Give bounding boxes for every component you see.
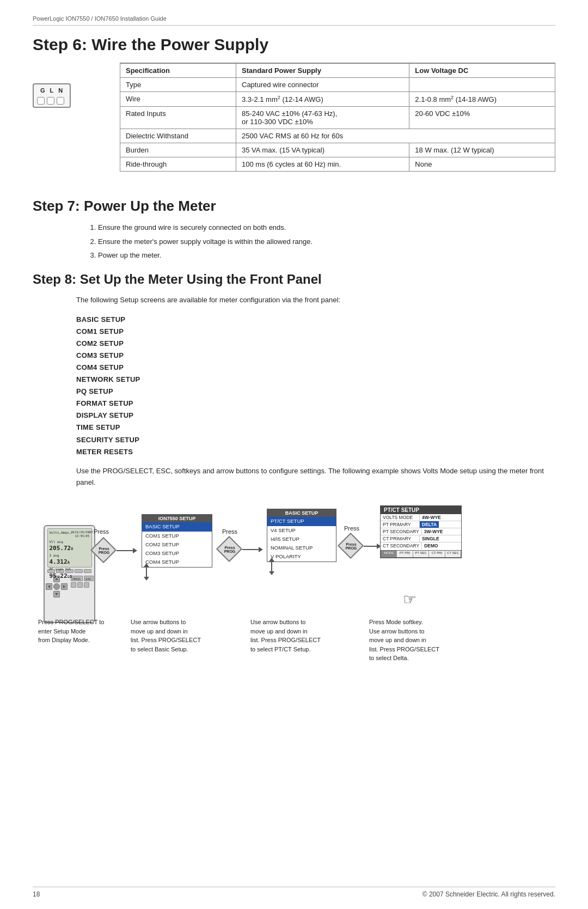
- prog-label-2: PressPROG: [219, 539, 240, 560]
- setup-item-7: PQ SETUP: [76, 386, 555, 398]
- ion7550-item-basic: BASIC SETUP: [142, 522, 212, 531]
- reading-vll: Vll avg 205.72V: [50, 540, 90, 552]
- spec-type-value: Captured wire connector: [236, 78, 409, 92]
- ion7550-item-com3: COM3 SETUP: [142, 549, 212, 558]
- hand-icon: ☞: [403, 590, 416, 608]
- setup-item-11: SECURITY SETUP: [76, 434, 555, 446]
- nav-center[interactable]: [53, 583, 60, 590]
- ptct-row-ctsecondary: CT SECONDARY DEMO: [381, 542, 461, 549]
- spec-table: Specification Standard Power Supply Low …: [120, 63, 555, 172]
- btn-extra3[interactable]: [84, 582, 89, 588]
- header-text: PowerLogic ION7550 / ION7650 Installatio…: [33, 15, 167, 22]
- setup-item-1: BASIC SETUP: [76, 314, 555, 326]
- step7-title: Step 7: Power Up the Meter: [33, 198, 555, 215]
- setup-item-6: NETWORK SETUP: [76, 374, 555, 386]
- basic-item-nominal: NOMINAL SETUP: [267, 544, 336, 552]
- caption-4: Press Mode softkey. Use arrow buttons to…: [369, 618, 467, 663]
- ptct-row-ctprimary: CT PRIMARY SINGLE: [381, 535, 461, 542]
- ptct-ctsecondary-value: DEMO: [422, 542, 440, 549]
- spec-wire-standard: 3.3-2.1 mm2 (12-14 AWG): [236, 92, 409, 107]
- pf-value: 95.22LO: [50, 572, 72, 579]
- table-row: Type Captured wire connector: [120, 78, 555, 92]
- meter-screen: Volts,Amps,PF 11/25/2007 12:55:05 Vll av…: [47, 528, 92, 568]
- setup-item-3: COM2 SETUP: [76, 338, 555, 350]
- sk-ptsec[interactable]: PT SEC: [413, 551, 429, 557]
- prog-button-3[interactable]: PressPROG: [341, 536, 362, 557]
- col-specification: Specification: [120, 63, 236, 78]
- sk-ctpri[interactable]: CT PRI: [429, 551, 445, 557]
- spec-dielectric-standard: 2500 VAC RMS at 60 Hz for 60s: [236, 129, 555, 143]
- col-standard-power: Standard Power Supply: [236, 63, 409, 78]
- press-label-2: Press: [222, 528, 237, 535]
- setup-item-12: METER RESETS: [76, 446, 555, 458]
- nav-left[interactable]: [46, 583, 52, 590]
- ptct-ptprimary-label: PT PRIMARY: [381, 521, 420, 528]
- page-wrapper: PowerLogic ION7550 / ION7650 Installatio…: [0, 0, 588, 909]
- setup-item-10: TIME SETUP: [76, 422, 555, 434]
- spec-dielectric-label: Dielectric Withstand: [120, 129, 236, 143]
- arrow-2: PressPROG: [219, 539, 263, 560]
- spec-ride-lvdc: None: [409, 157, 555, 172]
- arrow-line-1: [117, 550, 133, 551]
- ptct-ctprimary-label: CT PRIMARY: [381, 535, 420, 542]
- setup-screens-list: BASIC SETUP COM1 SETUP COM2 SETUP COM3 S…: [76, 314, 555, 458]
- spec-wire-lvdc: 2.1-0.8 mm2 (14-18 AWG): [409, 92, 555, 107]
- step8-instruction: Use the PROG/SELECT, ESC, softkeys and a…: [76, 466, 555, 489]
- down-head-2: [269, 571, 274, 575]
- setup-item-9: DISPLAY SETUP: [76, 410, 555, 422]
- caption-1-text: Press PROG/SELECT to enter Setup Mode fr…: [38, 618, 114, 645]
- ptct-title: PT/CT SETUP: [381, 506, 461, 514]
- meter-device: Volts,Amps,PF 11/25/2007 12:55:05 Vll av…: [44, 525, 95, 623]
- spec-rated-standard: 85-240 VAC ±10% (47-63 Hz),or 110-300 VD…: [236, 107, 409, 129]
- ptct-ctprimary-value: SINGLE: [420, 535, 442, 542]
- btn-row-2: [71, 582, 94, 588]
- table-row: Dielectric Withstand 2500 VAC RMS at 60 …: [120, 129, 555, 143]
- glon-dots: [37, 97, 66, 105]
- caption-1: Press PROG/SELECT to enter Setup Mode fr…: [38, 618, 114, 645]
- btn-extra1[interactable]: [71, 582, 76, 588]
- ion7550-setup-box: ION7550 SETUP BASIC SETUP COM1 SETUP COM…: [142, 514, 212, 567]
- page-number: 18: [33, 890, 40, 898]
- setup-item-2: COM1 SETUP: [76, 326, 555, 338]
- softkey-bar: MODE PT PRI PT SEC CT PRI CT SEC: [381, 550, 461, 558]
- setup-item-8: FORMAT SETUP: [76, 398, 555, 410]
- nav-right[interactable]: [61, 583, 68, 590]
- caption-4-text: Press Mode softkey. Use arrow buttons to…: [369, 618, 467, 663]
- prog-label-1: PressPROG: [94, 540, 114, 561]
- ptct-volts-label: VOLTS MODE: [381, 514, 420, 521]
- basic-item-vpolarity: V POLARITY: [267, 552, 336, 561]
- btn-extra2[interactable]: [77, 582, 83, 588]
- glon-label: G L N: [37, 87, 66, 95]
- screen-header-right: 11/25/2007 12:55:05: [75, 530, 93, 538]
- step8-title: Step 8: Set Up the Meter Using the Front…: [33, 272, 555, 287]
- arrow-line-3: [364, 546, 377, 547]
- sk-mode[interactable]: MODE: [381, 551, 397, 557]
- ptct-row-ptprimary: PT PRIMARY DELTA: [381, 521, 461, 528]
- sk-ctsec[interactable]: CT SEC: [445, 551, 461, 557]
- list-item: Ensure the ground wire is securely conne…: [98, 222, 555, 233]
- spec-wire-label: Wire: [120, 92, 236, 107]
- spec-burden-standard: 35 VA max. (15 VA typical): [236, 143, 409, 157]
- arrow-head-2: [259, 547, 263, 552]
- screen-header: Volts,Amps,PF 11/25/2007 12:55:05: [50, 530, 90, 538]
- ptct-ctsecondary-label: CT SECONDARY: [381, 542, 422, 549]
- ptct-ptsecondary-label: PT SECONDARY: [381, 528, 422, 535]
- prog-button-1[interactable]: PressPROG: [94, 540, 114, 561]
- spec-ride-label: Ride-through: [120, 157, 236, 172]
- up-head-2: [269, 558, 274, 562]
- page-footer: 18 © 2007 Schneider Electric. All rights…: [33, 887, 555, 898]
- setup-item-4: COM3 SETUP: [76, 350, 555, 362]
- spec-rated-lvdc: 20-60 VDC ±10%: [409, 107, 555, 129]
- ud-arrow-2: [269, 558, 274, 575]
- ptct-setup-box: PT/CT SETUP VOLTS MODE 4W-WYE PT PRIMARY…: [380, 505, 462, 558]
- spec-rated-label: Rated Inputs: [120, 107, 236, 129]
- nav-down[interactable]: [53, 591, 60, 597]
- sk-ptpri[interactable]: PT PRI: [397, 551, 413, 557]
- glon-dot-1: [37, 97, 45, 105]
- spec-ride-standard: 100 ms (6 cycles at 60 Hz) min.: [236, 157, 409, 172]
- prog-button-2[interactable]: PressPROG: [219, 539, 240, 560]
- spec-type-label: Type: [120, 78, 236, 92]
- vert-line-2: [271, 562, 272, 571]
- glon-dot-2: [47, 97, 54, 105]
- table-row: Wire 3.3-2.1 mm2 (12-14 AWG) 2.1-0.8 mm2…: [120, 92, 555, 107]
